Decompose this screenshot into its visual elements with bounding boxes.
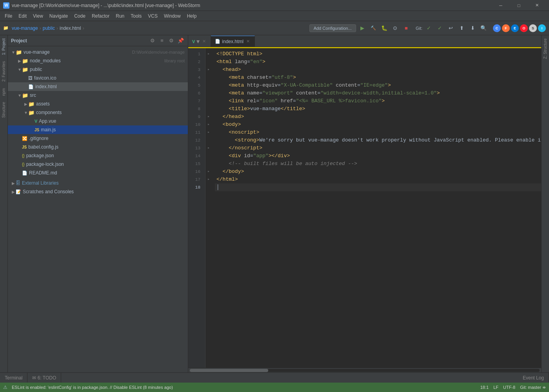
bottom-tab-terminal[interactable]: Terminal [0, 373, 27, 383]
tree-label-components: components [36, 110, 185, 115]
right-tab-structure[interactable]: Z: Structure [542, 35, 548, 62]
bottom-scrollbar[interactable] [188, 368, 541, 372]
token-14-1: <div [216, 152, 244, 160]
fold-13[interactable]: ▸ [205, 144, 212, 152]
build-button[interactable]: 🔨 [369, 24, 378, 33]
line-ending[interactable]: LF [493, 385, 498, 390]
fold-16[interactable]: ▸ [205, 168, 212, 176]
tab-html-label: index.html [222, 39, 244, 44]
breadcrumb-folder[interactable]: public [43, 25, 55, 31]
git-check2[interactable]: ✓ [435, 24, 444, 33]
panel-sort-icon[interactable]: ≡ [158, 37, 166, 45]
tree-arrow-root: ▼ [11, 50, 16, 54]
panel-tab-favorites[interactable]: 2: Favorites [1, 58, 7, 85]
menu-tools[interactable]: Tools [127, 12, 145, 20]
tree-item-babel-config[interactable]: JS babel.config.js [8, 143, 188, 151]
fold-17[interactable]: ▸ [205, 176, 212, 183]
code-line-14: <div id="app"></div> [215, 152, 541, 160]
tree-item-readme[interactable]: 📄 README.md [8, 169, 188, 177]
close-button[interactable]: ✕ [528, 0, 546, 11]
code-editor[interactable]: 1 2 3 4 5 6 7 8 9 10 11 12 13 14 15 16 1… [188, 47, 541, 368]
tree-item-public[interactable]: ▼ 📁 public [8, 65, 188, 74]
add-config-button[interactable]: Add Configuration... [309, 24, 356, 32]
tree-item-node-modules[interactable]: ▶ 📁 node_modules library root [8, 56, 188, 65]
token-10-1: <body> [216, 121, 241, 129]
breadcrumb-sep1: › [40, 25, 41, 31]
git-search[interactable]: 🔍 [479, 24, 488, 33]
bottom-tab-todo[interactable]: ✉ 6: TODO [27, 373, 61, 383]
eslint-warning[interactable]: ESLint is enabled: 'eslintConfig' is in … [12, 385, 173, 390]
minimize-button[interactable]: ─ [492, 0, 510, 11]
token-4-1: <meta [216, 74, 247, 82]
menu-help[interactable]: Help [184, 12, 200, 20]
breadcrumb-file[interactable]: index.html [60, 25, 81, 31]
tree-json-icon-pkg: {} [22, 154, 25, 158]
tree-item-vue-manage-root[interactable]: ▼ 📁 vue-manage D:\Work\demo\vue-manage [8, 48, 188, 56]
tree-item-favicon[interactable]: 🖼 favicon.ico [8, 74, 188, 82]
window-title: vue-manage [D:\Work\demo\vue-manage] - .… [12, 3, 492, 8]
panel-gear-icon[interactable]: ⚙ [167, 37, 175, 45]
tree-item-main-js[interactable]: JS main.js [8, 125, 188, 134]
code-line-1: <!DOCTYPE html> [215, 50, 541, 58]
tab-index-html[interactable]: 📄 index.html ✕ [211, 36, 255, 47]
tree-item-package-json[interactable]: {} package.json [8, 151, 188, 160]
breadcrumb-project[interactable]: vue-manage [12, 25, 38, 31]
fold-10[interactable]: ▸ [205, 121, 212, 129]
tree-item-package-lock[interactable]: {} package-lock.json [8, 160, 188, 169]
menu-view[interactable]: View [30, 12, 46, 20]
menu-file[interactable]: File [2, 12, 15, 20]
tab-vue[interactable]: V ▾ ✕ [188, 36, 211, 47]
tab-html-close[interactable]: ✕ [245, 39, 251, 44]
menu-edit[interactable]: Edit [15, 12, 30, 20]
menu-vcs[interactable]: VCS [145, 12, 161, 20]
maximize-button[interactable]: □ [510, 0, 528, 11]
panel-tab-structure[interactable]: Structure [1, 99, 7, 121]
ie-icon[interactable]: I [538, 24, 546, 32]
panel-tab-project[interactable]: 1: Project [1, 35, 7, 58]
safari-icon[interactable]: S [529, 24, 537, 32]
menu-run[interactable]: Run [113, 12, 127, 20]
menu-window[interactable]: Window [161, 12, 184, 20]
panel-pin-icon[interactable]: 📌 [177, 37, 185, 45]
fold-9[interactable]: ▸ [205, 113, 212, 121]
token-5-1: <meta [216, 82, 247, 89]
run-button[interactable]: ▶ [358, 24, 367, 33]
git-pull[interactable]: ⬇ [468, 24, 477, 33]
tree-item-app-vue[interactable]: V App.vue [8, 117, 188, 125]
tree-item-scratches[interactable]: ▶ 📝 Scratches and Consoles [8, 187, 188, 196]
code-line-18[interactable]: │ [215, 183, 541, 191]
fold-11[interactable]: ▸ [205, 129, 212, 136]
tree-item-index-html[interactable]: 📄 index.html [8, 82, 188, 91]
git-branch[interactable]: Git: master ≑ [520, 385, 546, 390]
coverage-button[interactable]: ⊙ [391, 24, 400, 33]
panel-tab-npm[interactable]: npm [1, 85, 7, 99]
git-rollback[interactable]: ↩ [446, 24, 455, 33]
git-push[interactable]: ⬆ [457, 24, 466, 33]
bottom-tab-event-log[interactable]: Event Log [518, 373, 549, 383]
menu-navigate[interactable]: Navigate [46, 12, 71, 20]
menu-refactor[interactable]: Refactor [89, 12, 113, 20]
h-scroll-track[interactable] [190, 369, 540, 372]
token-5-4: "X-UA-Compatible" [281, 82, 333, 89]
fold-3[interactable]: ▸ [205, 66, 212, 74]
debug-button[interactable]: 🐛 [380, 24, 389, 33]
h-scroll-thumb[interactable] [190, 369, 268, 372]
fold-1[interactable]: ▸ [205, 50, 212, 58]
tree-item-components[interactable]: ▼ 📁 components [8, 108, 188, 117]
opera-icon[interactable]: O [520, 24, 528, 32]
chrome-icon[interactable]: C [493, 24, 501, 32]
tree-item-gitignore[interactable]: 🔀 .gitignore [8, 134, 188, 143]
cursor-position[interactable]: 18:1 [480, 385, 489, 390]
firefox-icon[interactable]: F [502, 24, 510, 32]
tab-vue-close[interactable]: ✕ [201, 39, 207, 44]
tree-label-gitignore: .gitignore [29, 136, 185, 141]
tree-item-assets[interactable]: ▶ 📁 assets [8, 100, 188, 108]
tree-item-src[interactable]: ▼ 📁 src [8, 91, 188, 100]
encoding[interactable]: UTF-8 [503, 385, 515, 390]
panel-settings-icon[interactable]: ⚙ [149, 37, 156, 45]
edge-icon[interactable]: E [511, 24, 519, 32]
tree-item-external-libraries[interactable]: ▶ 🗄 External Libraries [8, 179, 188, 187]
stop-button[interactable]: ■ [402, 24, 411, 33]
git-check1[interactable]: ✓ [424, 24, 433, 33]
menu-code[interactable]: Code [71, 12, 89, 20]
